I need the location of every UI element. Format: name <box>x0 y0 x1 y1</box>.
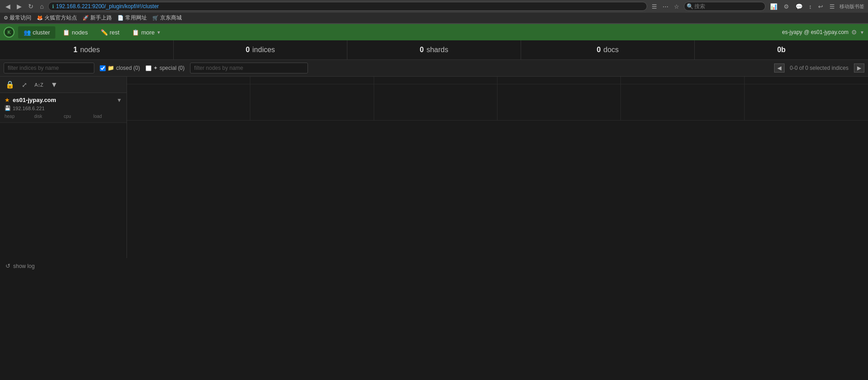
stat-indices: 0 indices <box>174 40 347 59</box>
node-metrics: heap disk cpu load <box>5 114 122 119</box>
lock-btn[interactable]: 🔒 <box>4 79 16 90</box>
sort-btn[interactable]: A↕Z <box>33 81 45 88</box>
grid-col-3 <box>497 77 621 84</box>
browser-toolbar: ◀ ▶ ↻ ⌂ ℹ ☰ ⋯ ☆ 🔍 📊 ⚙ 💬 ↕ ↩ ☰ 移动版书签 <box>0 0 868 13</box>
bookmark-item-4[interactable]: 🛒 京东商城 <box>152 14 182 22</box>
more-btn[interactable]: ⋯ <box>661 2 670 11</box>
indices-filter-input[interactable] <box>4 63 94 73</box>
closed-folder-icon: 📁 <box>107 65 114 71</box>
stat-nodes: 1 nodes <box>0 40 174 59</box>
node-ip: 💾 192.168.6.221 <box>5 105 122 111</box>
idx-cell-3 <box>497 84 621 120</box>
right-panel <box>127 77 868 258</box>
nodes-icon: 📋 <box>63 29 70 36</box>
grid-col-2 <box>374 77 497 84</box>
left-panel: 🔒 ⤢ A↕Z ▼ ★ es01-jypay.com ▼ 💾 192.168.6… <box>0 77 127 258</box>
nodes-filter-input[interactable] <box>190 63 308 73</box>
control-bar: 🔒 ⤢ A↕Z ▼ <box>0 77 127 93</box>
grid-col-5 <box>745 77 868 84</box>
home-button[interactable]: ⌂ <box>38 2 45 11</box>
mobile-bookmarks-label: 移动版书签 <box>839 3 864 10</box>
address-bar: ℹ <box>48 2 647 11</box>
special-star-icon: ✦ <box>153 65 158 71</box>
closed-checkbox-label[interactable]: 📁 closed (0) <box>100 65 140 71</box>
node-header: ★ es01-jypay.com ▼ <box>5 97 122 103</box>
heap-label: heap <box>5 114 33 119</box>
disk-label: disk <box>34 114 63 119</box>
filter-dropdown-btn[interactable]: ▼ <box>49 80 60 90</box>
bookmark-icon-4: 🛒 <box>152 15 159 21</box>
bookmarks-bar: ⚙ 最常访问 🦊 火狐官方站点 🚀 新手上路 📄 常用网址 🛒 京东商城 <box>0 13 868 24</box>
app-nav: K 👥 cluster 📋 nodes ✏️ rest 📋 more ▼ es-… <box>0 24 868 40</box>
idx-cell-5 <box>745 84 868 120</box>
open-menu-btn[interactable]: ☰ <box>828 2 837 11</box>
back-button[interactable]: ◀ <box>4 2 12 11</box>
pagination-info: 0-0 of 0 selected indices <box>790 65 848 71</box>
history-back-btn[interactable]: ↩ <box>816 2 825 11</box>
pagination-prev-btn[interactable]: ◀ <box>774 63 785 73</box>
closed-checkbox[interactable] <box>100 65 106 71</box>
address-input[interactable] <box>56 3 643 10</box>
bookmark-icon-2: 🚀 <box>83 15 89 21</box>
search-input[interactable] <box>684 2 766 11</box>
sync-btn[interactable]: ↕ <box>807 2 814 11</box>
cluster-icon: 👥 <box>24 29 31 36</box>
feedback-btn[interactable]: 💬 <box>794 2 805 11</box>
stats-row: 1 nodes 0 indices 0 shards 0 docs 0b <box>0 40 868 60</box>
nav-item-nodes[interactable]: 📋 nodes <box>57 26 93 39</box>
bookmark-item-1[interactable]: 🦊 火狐官方站点 <box>37 14 77 22</box>
forward-button[interactable]: ▶ <box>15 2 24 11</box>
special-checkbox[interactable] <box>146 65 151 71</box>
more-nav-icon: 📋 <box>132 29 139 36</box>
nav-item-more[interactable]: 📋 more ▼ <box>127 26 166 39</box>
rest-icon: ✏️ <box>101 29 108 36</box>
show-log-icon: ↺ <box>5 263 10 269</box>
show-log-row[interactable]: ↺ show log <box>0 258 868 274</box>
grid-col-1 <box>250 77 374 84</box>
nav-gear-dropdown: ▼ <box>860 30 864 35</box>
pagination-next-btn[interactable]: ▶ <box>854 63 864 73</box>
search-wrapper: 🔍 <box>684 2 766 11</box>
app-logo: K <box>4 27 15 38</box>
bookmark-item-2[interactable]: 🚀 新手上路 <box>83 14 112 22</box>
sidebar-btn[interactable]: 📊 <box>768 2 779 11</box>
nav-item-rest[interactable]: ✏️ rest <box>95 26 125 39</box>
stat-docs: 0 docs <box>521 40 695 59</box>
show-log-label: show log <box>13 263 34 269</box>
grid-col-4 <box>621 77 744 84</box>
browser-actions: ☰ ⋯ ☆ <box>650 2 681 11</box>
grid-col-0 <box>127 77 250 84</box>
node-expand-btn[interactable]: ▼ <box>117 97 122 103</box>
idx-cell-4 <box>621 84 744 120</box>
load-label: load <box>93 114 122 119</box>
special-checkbox-label[interactable]: ✦ special (0) <box>146 65 185 71</box>
stat-shards: 0 shards <box>347 40 521 59</box>
bookmark-item-3[interactable]: 📄 常用网址 <box>117 14 147 22</box>
nav-user: es-jyapy @ es01-jypay.com ⚙ ▼ <box>782 29 864 36</box>
customize-btn[interactable]: ⚙ <box>782 2 791 11</box>
idx-cell-2 <box>374 84 497 120</box>
expand-btn[interactable]: ⤢ <box>20 80 29 89</box>
node-star-icon: ★ <box>5 97 10 103</box>
star-btn[interactable]: ☆ <box>672 2 681 11</box>
indices-body-row <box>127 84 868 121</box>
node-name: es01-jypay.com <box>13 97 114 103</box>
more-dropdown-icon: ▼ <box>156 30 161 35</box>
bookmark-icon-0: ⚙ <box>4 15 8 21</box>
idx-cell-0 <box>127 84 250 120</box>
secure-icon: ℹ <box>52 4 54 10</box>
bookmark-icon-1: 🦊 <box>37 15 43 21</box>
server-icon: 💾 <box>5 105 11 111</box>
nav-item-cluster[interactable]: 👥 cluster <box>18 26 55 39</box>
bookmarks-btn[interactable]: ☰ <box>650 2 659 11</box>
stat-size: 0b <box>695 40 868 59</box>
bookmark-item-0[interactable]: ⚙ 最常访问 <box>4 14 31 22</box>
bookmark-icon-3: 📄 <box>117 15 124 21</box>
reload-button[interactable]: ↻ <box>26 2 35 11</box>
node-item: ★ es01-jypay.com ▼ 💾 192.168.6.221 heap … <box>0 93 127 123</box>
nav-items: 👥 cluster 📋 nodes ✏️ rest 📋 more ▼ <box>18 26 782 39</box>
nav-gear-icon[interactable]: ⚙ <box>851 29 857 36</box>
main-content: 🔒 ⤢ A↕Z ▼ ★ es01-jypay.com ▼ 💾 192.168.6… <box>0 77 868 258</box>
indices-grid-header <box>127 77 868 84</box>
idx-cell-1 <box>250 84 374 120</box>
